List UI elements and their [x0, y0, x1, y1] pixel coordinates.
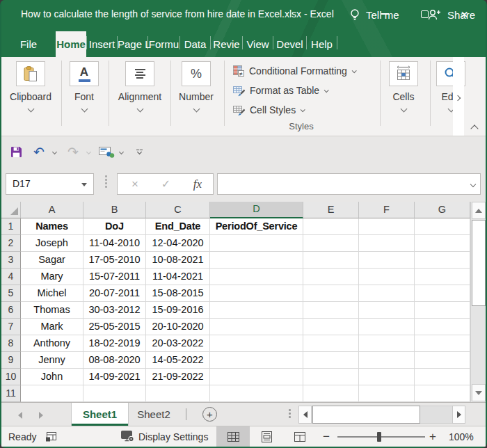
tab-help[interactable]: Help [307, 31, 337, 57]
scroll-down-button[interactable] [472, 384, 486, 401]
tab-home[interactable]: Home [56, 31, 86, 57]
number-group-button[interactable]: % Number [167, 57, 225, 111]
cell-F10[interactable] [359, 369, 415, 385]
cell-B9[interactable]: 08-08-2020 [83, 352, 146, 369]
cell-F9[interactable] [359, 352, 415, 369]
cell-E10[interactable] [303, 369, 359, 385]
vertical-scrollbar[interactable] [470, 202, 486, 402]
cell-A10[interactable]: John [21, 369, 83, 385]
tab-formulas[interactable]: Formu [148, 31, 179, 57]
cell-B6[interactable]: 30-03-2012 [83, 302, 146, 319]
cell-F4[interactable] [359, 269, 415, 285]
cell-D9[interactable] [210, 352, 303, 369]
cell-D2[interactable] [210, 235, 303, 252]
cancel-icon[interactable]: × [131, 177, 138, 191]
cell-E7[interactable] [303, 319, 359, 335]
redo-button[interactable]: ↷ [67, 136, 79, 167]
column-header-G[interactable]: G [415, 202, 470, 218]
cell-C8[interactable]: 20-03-2022 [146, 335, 210, 352]
customize-qat-button[interactable] [136, 136, 143, 167]
zoom-out-button[interactable]: − [323, 426, 330, 447]
tab-developer[interactable]: Devel [273, 31, 306, 57]
row-header-3[interactable]: 3 [1, 252, 21, 269]
cell-A6[interactable]: Thomas [21, 302, 83, 319]
cell-C7[interactable]: 20-10-2020 [146, 319, 210, 335]
row-header-7[interactable]: 7 [1, 319, 21, 335]
normal-view-button[interactable] [216, 426, 250, 447]
cell-B2[interactable]: 11-04-2010 [83, 235, 146, 252]
name-box[interactable]: D17 [6, 173, 94, 195]
cell-A5[interactable]: Michel [21, 285, 83, 302]
scroll-right-button[interactable] [452, 406, 465, 424]
format-as-table-button[interactable]: Format as Table [233, 83, 328, 97]
column-header-E[interactable]: E [303, 202, 359, 218]
scroll-up-button[interactable] [472, 202, 486, 219]
cell-E9[interactable] [303, 352, 359, 369]
undo-dropdown[interactable] [53, 136, 56, 167]
cell-C2[interactable]: 12-04-2020 [146, 235, 210, 252]
save-button[interactable] [10, 136, 22, 167]
formula-input[interactable] [217, 173, 481, 195]
cell-G2[interactable] [415, 235, 470, 252]
insert-function-icon[interactable]: fx [193, 177, 202, 191]
undo-button[interactable]: ↶ [33, 136, 45, 167]
cell-A4[interactable]: Mary [21, 269, 83, 285]
cell-D8[interactable] [210, 335, 303, 352]
zoom-slider-thumb[interactable] [377, 432, 381, 442]
cell-D6[interactable] [210, 302, 303, 319]
tab-review[interactable]: Revie [211, 31, 242, 57]
cell-D1[interactable]: PeriodOf_Service [210, 218, 303, 235]
tab-data[interactable]: Data [180, 31, 210, 57]
cell-F2[interactable] [359, 235, 415, 252]
cell-E3[interactable] [303, 252, 359, 269]
cell-C11[interactable] [146, 385, 210, 402]
conditional-formatting-button[interactable]: ≠ Conditional Formatting [233, 64, 356, 78]
cell-G9[interactable] [415, 352, 470, 369]
vertical-scrollbar-thumb[interactable] [472, 220, 486, 306]
cell-C5[interactable]: 15-08-2015 [146, 285, 210, 302]
cell-A9[interactable]: Jenny [21, 352, 83, 369]
cell-C3[interactable]: 10-08-2021 [146, 252, 210, 269]
cell-G10[interactable] [415, 369, 470, 385]
row-header-5[interactable]: 5 [1, 285, 21, 302]
new-sheet-button[interactable]: + [202, 407, 217, 422]
cell-E11[interactable] [303, 385, 359, 402]
column-header-C[interactable]: C [146, 202, 210, 218]
row-header-6[interactable]: 6 [1, 302, 21, 319]
cell-B5[interactable]: 20-07-2011 [83, 285, 146, 302]
cell-F3[interactable] [359, 252, 415, 269]
cell-E1[interactable] [303, 218, 359, 235]
tab-file[interactable]: File [7, 31, 50, 57]
cell-A7[interactable]: Mark [21, 319, 83, 335]
cell-B3[interactable]: 17-05-2010 [83, 252, 146, 269]
cell-G7[interactable] [415, 319, 470, 335]
cell-F5[interactable] [359, 285, 415, 302]
cell-G3[interactable] [415, 252, 470, 269]
cell-B4[interactable]: 15-07-2011 [83, 269, 146, 285]
cell-E8[interactable] [303, 335, 359, 352]
cell-D10[interactable] [210, 369, 303, 385]
tell-me-button[interactable]: Tell me [350, 0, 399, 29]
page-break-preview-button[interactable] [283, 426, 317, 447]
cell-C1[interactable]: End_Date [146, 218, 210, 235]
tab-view[interactable]: View [243, 31, 273, 57]
clipboard-group-button[interactable]: Clipboard [1, 57, 60, 111]
tab-page-layout[interactable]: Page L [118, 31, 147, 57]
select-all-corner[interactable] [1, 202, 21, 218]
cell-B1[interactable]: DoJ [83, 218, 146, 235]
display-settings-button[interactable]: Display Settings [121, 426, 208, 447]
cell-F7[interactable] [359, 319, 415, 335]
zoom-in-button[interactable]: + [429, 426, 436, 447]
cell-C6[interactable]: 15-09-2016 [146, 302, 210, 319]
cell-F1[interactable] [359, 218, 415, 235]
sheet-nav-right-icon[interactable] [39, 412, 43, 419]
email-dropdown[interactable] [120, 136, 123, 167]
formula-bar-grip[interactable] [105, 175, 107, 188]
cell-F11[interactable] [359, 385, 415, 402]
sheet-tab-sheet2[interactable]: Sheet2 [129, 403, 179, 426]
alignment-group-button[interactable]: Alignment [111, 57, 169, 111]
cell-G4[interactable] [415, 269, 470, 285]
cell-F6[interactable] [359, 302, 415, 319]
row-header-2[interactable]: 2 [1, 235, 21, 252]
cell-D3[interactable] [210, 252, 303, 269]
